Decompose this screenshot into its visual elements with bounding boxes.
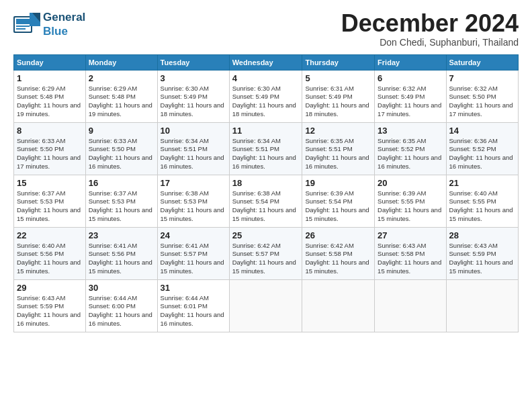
calendar-cell: 21Sunrise: 6:40 AMSunset: 5:55 PMDayligh… xyxy=(446,175,518,227)
day-number: 28 xyxy=(449,230,515,240)
day-info: Sunrise: 6:32 AMSunset: 5:49 PMDaylight:… xyxy=(378,85,441,118)
week-row-5: 29Sunrise: 6:43 AMSunset: 5:59 PMDayligh… xyxy=(14,279,519,332)
header-day-sunday: Sunday xyxy=(14,54,86,70)
day-info: Sunrise: 6:29 AMSunset: 5:48 PMDaylight:… xyxy=(17,85,81,118)
day-number: 8 xyxy=(17,126,83,136)
calendar-cell: 9Sunrise: 6:33 AMSunset: 5:50 PMDaylight… xyxy=(85,122,157,175)
day-info: Sunrise: 6:35 AMSunset: 5:52 PMDaylight:… xyxy=(378,137,441,170)
calendar-cell: 6Sunrise: 6:32 AMSunset: 5:49 PMDaylight… xyxy=(375,70,446,122)
day-number: 21 xyxy=(449,178,515,188)
calendar-cell xyxy=(375,279,446,332)
day-number: 23 xyxy=(89,230,154,240)
logo-general: General xyxy=(43,11,85,24)
calendar-cell: 19Sunrise: 6:39 AMSunset: 5:54 PMDayligh… xyxy=(302,175,375,227)
day-info: Sunrise: 6:42 AMSunset: 5:57 PMDaylight:… xyxy=(232,242,296,275)
day-info: Sunrise: 6:44 AMSunset: 6:00 PMDaylight:… xyxy=(89,294,152,327)
header-day-wednesday: Wednesday xyxy=(229,54,302,70)
calendar-cell: 4Sunrise: 6:30 AMSunset: 5:49 PMDaylight… xyxy=(229,70,302,122)
calendar-body: 1Sunrise: 6:29 AMSunset: 5:48 PMDaylight… xyxy=(14,70,519,332)
day-number: 26 xyxy=(305,230,371,240)
day-number: 5 xyxy=(305,73,371,83)
calendar-cell: 10Sunrise: 6:34 AMSunset: 5:51 PMDayligh… xyxy=(157,122,229,175)
calendar-cell: 17Sunrise: 6:38 AMSunset: 5:53 PMDayligh… xyxy=(157,175,229,227)
day-info: Sunrise: 6:39 AMSunset: 5:55 PMDaylight:… xyxy=(378,189,441,222)
day-number: 14 xyxy=(449,126,515,136)
calendar-cell: 14Sunrise: 6:36 AMSunset: 5:52 PMDayligh… xyxy=(446,122,518,175)
day-info: Sunrise: 6:39 AMSunset: 5:54 PMDaylight:… xyxy=(305,189,369,222)
calendar-cell: 5Sunrise: 6:31 AMSunset: 5:49 PMDaylight… xyxy=(302,70,375,122)
day-info: Sunrise: 6:41 AMSunset: 5:57 PMDaylight:… xyxy=(161,242,224,275)
month-title: December 2024 xyxy=(341,10,519,37)
day-number: 30 xyxy=(89,283,154,293)
calendar-cell: 29Sunrise: 6:43 AMSunset: 5:59 PMDayligh… xyxy=(14,279,86,332)
week-row-4: 22Sunrise: 6:40 AMSunset: 5:56 PMDayligh… xyxy=(14,227,519,279)
svg-rect-3 xyxy=(16,26,30,27)
day-info: Sunrise: 6:44 AMSunset: 6:01 PMDaylight:… xyxy=(161,294,224,327)
day-info: Sunrise: 6:34 AMSunset: 5:51 PMDaylight:… xyxy=(161,137,224,170)
calendar-cell: 31Sunrise: 6:44 AMSunset: 6:01 PMDayligh… xyxy=(157,279,229,332)
logo: General Blue xyxy=(13,10,85,38)
calendar-cell: 28Sunrise: 6:43 AMSunset: 5:59 PMDayligh… xyxy=(446,227,518,279)
day-number: 18 xyxy=(232,178,300,188)
header: General Blue December 2024 Don Chedi, Su… xyxy=(13,10,519,48)
svg-rect-4 xyxy=(16,28,26,30)
day-info: Sunrise: 6:41 AMSunset: 5:56 PMDaylight:… xyxy=(89,242,152,275)
calendar-cell: 7Sunrise: 6:32 AMSunset: 5:50 PMDaylight… xyxy=(446,70,518,122)
calendar-cell: 11Sunrise: 6:34 AMSunset: 5:51 PMDayligh… xyxy=(229,122,302,175)
day-number: 6 xyxy=(378,73,443,83)
day-number: 16 xyxy=(89,178,154,188)
day-info: Sunrise: 6:35 AMSunset: 5:51 PMDaylight:… xyxy=(305,137,369,170)
logo-blue: Blue xyxy=(43,25,68,38)
calendar-cell xyxy=(446,279,518,332)
day-number: 15 xyxy=(17,178,83,188)
calendar-cell: 23Sunrise: 6:41 AMSunset: 5:56 PMDayligh… xyxy=(85,227,157,279)
day-info: Sunrise: 6:43 AMSunset: 5:59 PMDaylight:… xyxy=(449,242,513,275)
day-number: 4 xyxy=(232,73,300,83)
day-number: 25 xyxy=(232,230,300,240)
day-number: 31 xyxy=(161,283,226,293)
calendar-table: SundayMondayTuesdayWednesdayThursdayFrid… xyxy=(13,54,519,332)
header-day-monday: Monday xyxy=(85,54,157,70)
day-info: Sunrise: 6:33 AMSunset: 5:50 PMDaylight:… xyxy=(17,137,81,170)
calendar-cell xyxy=(302,279,375,332)
day-info: Sunrise: 6:31 AMSunset: 5:49 PMDaylight:… xyxy=(305,85,369,118)
logo-text: General Blue xyxy=(43,10,85,38)
day-number: 27 xyxy=(378,230,443,240)
calendar-cell xyxy=(229,279,302,332)
day-info: Sunrise: 6:37 AMSunset: 5:53 PMDaylight:… xyxy=(17,189,81,222)
day-number: 9 xyxy=(89,126,154,136)
header-day-thursday: Thursday xyxy=(302,54,375,70)
calendar-cell: 27Sunrise: 6:43 AMSunset: 5:58 PMDayligh… xyxy=(375,227,446,279)
day-number: 24 xyxy=(161,230,226,240)
svg-rect-2 xyxy=(16,19,30,24)
day-number: 10 xyxy=(161,126,226,136)
week-row-2: 8Sunrise: 6:33 AMSunset: 5:50 PMDaylight… xyxy=(14,122,519,175)
day-number: 29 xyxy=(17,283,83,293)
day-number: 12 xyxy=(305,126,371,136)
calendar-cell: 2Sunrise: 6:29 AMSunset: 5:48 PMDaylight… xyxy=(85,70,157,122)
calendar-cell: 16Sunrise: 6:37 AMSunset: 5:53 PMDayligh… xyxy=(85,175,157,227)
calendar-cell: 18Sunrise: 6:38 AMSunset: 5:54 PMDayligh… xyxy=(229,175,302,227)
calendar-cell: 8Sunrise: 6:33 AMSunset: 5:50 PMDaylight… xyxy=(14,122,86,175)
title-area: December 2024 Don Chedi, Suphanburi, Tha… xyxy=(341,10,519,48)
day-number: 22 xyxy=(17,230,83,240)
day-number: 19 xyxy=(305,178,371,188)
day-info: Sunrise: 6:32 AMSunset: 5:50 PMDaylight:… xyxy=(449,85,513,118)
day-info: Sunrise: 6:38 AMSunset: 5:54 PMDaylight:… xyxy=(232,189,296,222)
day-number: 3 xyxy=(161,73,226,83)
day-info: Sunrise: 6:43 AMSunset: 5:58 PMDaylight:… xyxy=(378,242,441,275)
day-number: 1 xyxy=(17,73,83,83)
day-info: Sunrise: 6:40 AMSunset: 5:56 PMDaylight:… xyxy=(17,242,81,275)
calendar-cell: 20Sunrise: 6:39 AMSunset: 5:55 PMDayligh… xyxy=(375,175,446,227)
calendar-cell: 22Sunrise: 6:40 AMSunset: 5:56 PMDayligh… xyxy=(14,227,86,279)
day-info: Sunrise: 6:30 AMSunset: 5:49 PMDaylight:… xyxy=(232,85,296,118)
header-day-saturday: Saturday xyxy=(446,54,518,70)
page: General Blue December 2024 Don Chedi, Su… xyxy=(0,0,532,411)
calendar-cell: 25Sunrise: 6:42 AMSunset: 5:57 PMDayligh… xyxy=(229,227,302,279)
week-row-3: 15Sunrise: 6:37 AMSunset: 5:53 PMDayligh… xyxy=(14,175,519,227)
calendar-cell: 15Sunrise: 6:37 AMSunset: 5:53 PMDayligh… xyxy=(14,175,86,227)
day-info: Sunrise: 6:30 AMSunset: 5:49 PMDaylight:… xyxy=(161,85,224,118)
calendar-cell: 3Sunrise: 6:30 AMSunset: 5:49 PMDaylight… xyxy=(157,70,229,122)
calendar-cell: 1Sunrise: 6:29 AMSunset: 5:48 PMDaylight… xyxy=(14,70,86,122)
calendar-cell: 13Sunrise: 6:35 AMSunset: 5:52 PMDayligh… xyxy=(375,122,446,175)
